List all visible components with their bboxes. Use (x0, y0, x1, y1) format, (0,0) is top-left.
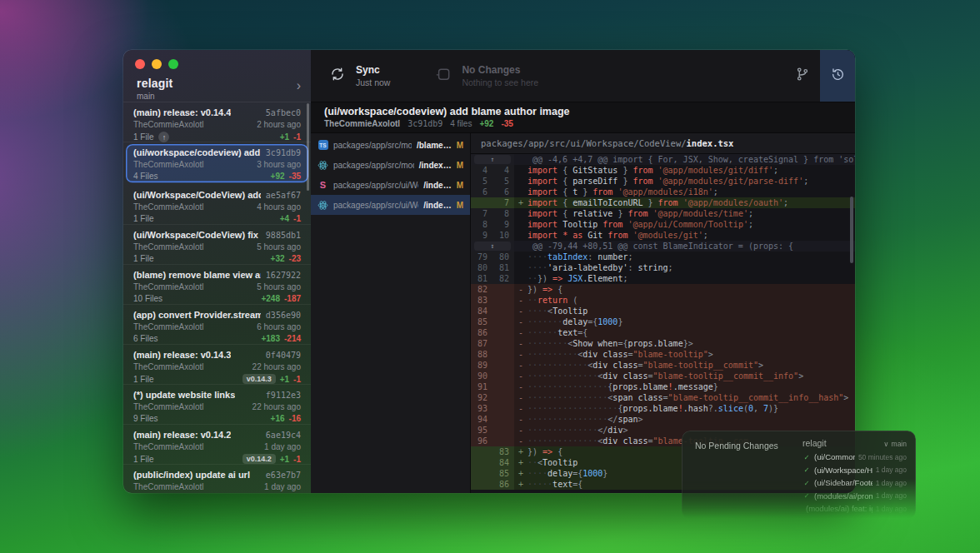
diff-marker (514, 165, 528, 176)
diff-marker: - (514, 392, 528, 403)
old-line-number (471, 468, 492, 479)
new-line-number (492, 306, 514, 316)
code-content: ····'aria-labeledby': string; (528, 262, 855, 273)
commit-labels: No Changes Nothing to see here (462, 64, 538, 87)
main-panel: Sync Just now No Changes Nothing to see … (311, 50, 855, 493)
commit-hash: 1627922 (266, 271, 301, 280)
sync-detail: Just now (356, 77, 390, 87)
diff-marker: - (514, 381, 528, 392)
commit-list-item[interactable]: (ui/Workspace/CodeView) fix not s…9885db… (123, 225, 311, 265)
git-branch-icon (795, 67, 810, 85)
popup-commit-item[interactable]: ✓(modules/ai/prompt…1 day ago (802, 490, 907, 503)
history-button[interactable] (820, 50, 855, 102)
diff-line: 93-··················{props.blame!.hash?… (471, 403, 855, 414)
popup-commit-item[interactable]: ✓(ui/Common/T…50 minutes ago (802, 451, 907, 464)
new-line-number (492, 425, 514, 436)
commit-list-item[interactable]: (main) release: v0.14.30f40479TheCommieA… (123, 345, 311, 385)
file-name: /index… (419, 161, 452, 170)
old-line-number: 5 (471, 176, 492, 187)
new-line-number (492, 295, 514, 306)
commit-button[interactable]: No Changes Nothing to see here (423, 50, 550, 102)
commit-time: 1 day ago (264, 482, 301, 491)
code-content: ················<span class="blame-toolt… (528, 392, 855, 403)
react-icon (318, 160, 328, 171)
popup-commit-item[interactable]: ✓(ui/Workspace/Hea…1 day ago (802, 464, 907, 477)
file-status-modified: M (457, 161, 463, 170)
repo-switcher[interactable]: relagit main › (123, 69, 311, 101)
commit-meta-row: TheCommieAxolotl2 hours ago (133, 120, 301, 129)
deletions-count: -16 (289, 414, 301, 423)
commit-list-item[interactable]: (ui/workspace/codeview) add blam…3c91db9… (126, 144, 308, 183)
commit-badges: +92-35 (271, 172, 301, 181)
relagit-app-window: relagit main › (main) release: v0.14.45a… (123, 50, 855, 493)
commit-badges: +1-1 (280, 132, 301, 142)
new-line-number: 84 (492, 457, 514, 468)
file-status-modified: M (457, 201, 463, 210)
commit-title-row: (main) release: v0.14.30f40479 (133, 350, 301, 360)
commit-list-item[interactable]: (main) release: v0.14.45afbec0TheCommieA… (123, 102, 311, 142)
popup-commit-item[interactable]: ✓(README) …1 day ago (802, 516, 907, 529)
new-line-number (492, 392, 514, 403)
popup-commit-item[interactable]: (modules/ai) feat: ignor…1 day ago (802, 502, 907, 516)
new-line-number: 86 (492, 479, 514, 490)
diff-scrollbar[interactable] (850, 197, 853, 263)
toolbar: Sync Just now No Changes Nothing to see … (311, 50, 855, 102)
diff-marker: - (514, 436, 528, 446)
close-window-button[interactable] (135, 59, 145, 69)
deletions-count: -1 (293, 375, 301, 384)
diff-marker: - (514, 316, 528, 327)
additions-count: +32 (271, 254, 285, 263)
diff-line: 83-··return ( (471, 295, 855, 306)
new-line-number: 9 (492, 219, 514, 230)
sidebar-scrollbar[interactable] (307, 103, 309, 191)
file-list-item[interactable]: TSpackages/app/src/module…/blame…M (311, 135, 470, 155)
commit-list-item[interactable]: (ui/Workspace/CodeView) add size …ae5af6… (123, 185, 311, 225)
old-line-number: 83 (471, 295, 492, 306)
expand-hunk-button[interactable]: ↕ (474, 242, 511, 251)
commit-time: 5 hours ago (257, 242, 301, 252)
sync-button[interactable]: Sync Just now (318, 50, 402, 102)
old-line-number: 6 (471, 187, 492, 197)
popup-branch-select[interactable]: ∨ main (883, 440, 907, 448)
diff-file-dir: packages/app/src/ui/Workspace/CodeView/ (481, 138, 687, 148)
popup-commit-item[interactable]: ✓(ui/Sidebar/Footer) …1 day ago (802, 476, 907, 490)
file-list-item[interactable]: Spackages/app/src/ui/Work…/inde…M (311, 175, 470, 195)
commit-meta-row: TheCommieAxolotl5 hours ago (133, 242, 301, 252)
commit-list-item[interactable]: (*) update website linksf9112e3TheCommie… (123, 385, 311, 425)
commit-files-row: 10 Files+248-187 (133, 294, 301, 303)
commit-time: 5 hours ago (257, 282, 301, 291)
deletions-count: -35 (289, 172, 301, 181)
commit-list-item[interactable]: (app) convert Provider.stream to As…d356… (123, 305, 311, 345)
zoom-window-button[interactable] (168, 59, 178, 69)
commit-file-count: 4 Files (133, 172, 158, 181)
commit-list-item[interactable]: (public/index) update ai urle63e7b7TheCo… (123, 465, 311, 493)
commit-badges: +4-1 (280, 214, 301, 223)
version-tag-badge: v0.14.3 (242, 374, 276, 384)
old-line-number: 95 (471, 425, 492, 436)
commit-files-row: 6 Files+183-214 (133, 334, 301, 343)
popup-commit-time: 1 day ago (876, 505, 907, 513)
new-line-number (492, 381, 514, 392)
diff-marker: + (514, 197, 528, 208)
commit-list-item[interactable]: (blame) remove blame view and ad…1627922… (123, 265, 311, 305)
code-content: import Tooltip from '@app/ui/Common/Tool… (528, 219, 855, 230)
branches-button[interactable] (785, 50, 820, 102)
commit-meta: TheCommieAxolotl 3c91db9 4 files +92 -35 (324, 119, 842, 128)
commit-list-item[interactable]: (main) release: v0.14.26ae19c4TheCommieA… (123, 425, 311, 465)
commit-hash: 3c91db9 (408, 119, 442, 128)
expand-hunk-button[interactable]: ↑ (474, 155, 511, 164)
minimize-window-button[interactable] (152, 59, 162, 69)
checkmark-icon: ✓ (802, 517, 811, 526)
diff-marker: - (514, 338, 528, 349)
commit-meta-row: TheCommieAxolotl3 hours ago (133, 160, 301, 169)
commit-file-count: 1 File (133, 375, 153, 384)
commit-meta-row: TheCommieAxolotl5 hours ago (133, 282, 301, 291)
old-line-number: 86 (471, 327, 492, 338)
code-content: import * as Git from '@modules/git'; (528, 230, 855, 241)
old-line-number: 89 (471, 360, 492, 371)
file-list-item[interactable]: packages/app/src/ui/Works…/inde…M (311, 195, 470, 215)
old-line-number: 92 (471, 392, 492, 403)
file-list-item[interactable]: packages/app/src/module…/index…M (311, 155, 470, 175)
diff-marker (514, 262, 528, 273)
diff-line: 7+import { emailToIconURL } from '@app/m… (471, 197, 855, 208)
